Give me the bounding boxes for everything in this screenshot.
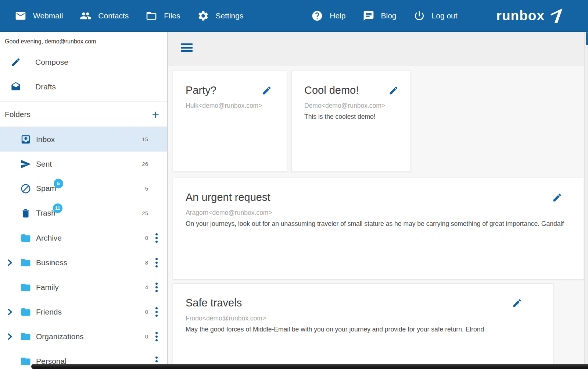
folder-icon (20, 331, 32, 342)
scrollbar-thumb[interactable] (586, 32, 588, 45)
contacts-icon (80, 10, 92, 22)
folder-count: 15 (132, 136, 148, 142)
sidebar: Good evening, demo@runbox.com Compose Dr… (0, 32, 168, 369)
power-icon (413, 10, 425, 22)
folder-menu-icon[interactable] (148, 282, 165, 293)
compose-label: Compose (35, 58, 68, 67)
edit-pencil-icon[interactable] (262, 85, 272, 96)
trash-icon (20, 208, 32, 219)
folder-item-inbox[interactable]: Inbox 15 (0, 127, 167, 152)
message-list-toolbar (168, 32, 588, 66)
draft-sender: Aragorn<demo@runbox.com> (186, 209, 584, 217)
compose-button[interactable]: Compose (0, 50, 167, 74)
nav-contacts-label: Contacts (98, 11, 129, 20)
gear-icon (197, 10, 209, 22)
folder-menu-icon[interactable] (148, 257, 165, 268)
runbox-logo[interactable]: runbox (496, 8, 564, 24)
folder-count: 5 (132, 185, 148, 192)
nav-blog-label: Blog (381, 11, 397, 20)
nav-help-label: Help (330, 11, 345, 20)
nav-logout[interactable]: Log out (413, 10, 458, 22)
folder-name: Inbox (36, 135, 55, 144)
folder-count: 8 (132, 259, 148, 266)
folder-menu-icon[interactable] (148, 233, 165, 244)
draft-card[interactable]: An urgent request Aragorn<demo@runbox.co… (173, 178, 584, 280)
draft-subject: Safe travels (186, 297, 242, 309)
draft-sender: Hulk<demo@runbox.com> (186, 102, 287, 110)
folder-name: Sent (36, 160, 52, 168)
unread-badge: 5 (54, 179, 63, 188)
drafts-label: Drafts (35, 82, 56, 91)
edit-pencil-icon[interactable] (512, 298, 522, 308)
folder-item-sent[interactable]: Sent 26 (0, 152, 167, 176)
folder-item-business[interactable]: Business 8 (0, 250, 167, 275)
folder-menu-icon[interactable] (148, 306, 165, 317)
folder-name: Trash (36, 209, 55, 217)
nav-logout-label: Log out (432, 11, 458, 20)
menu-hamburger-icon[interactable] (181, 43, 193, 52)
unread-badge: 11 (53, 203, 62, 213)
draft-subject: Cool demo! (304, 84, 359, 96)
runbox-logo-text: runbox (496, 8, 545, 24)
folder-item-archive[interactable]: Archive 0 (0, 226, 167, 250)
folder-item-spam[interactable]: Spam5 5 (0, 176, 167, 201)
bottom-window-edge (31, 364, 588, 369)
folder-name: Business (36, 258, 67, 267)
folder-count: 0 (132, 333, 148, 340)
folder-count: 26 (132, 161, 148, 167)
greeting-text: Good evening, demo@runbox.com (5, 38, 167, 45)
folder-outline-icon (146, 10, 157, 22)
compose-pencil-icon (11, 57, 22, 67)
folder-name: Family (36, 283, 59, 292)
draft-sender: Frodo<demo@runbox.com> (186, 315, 553, 322)
top-nav-bar: Webmail Contacts Files Settings Help Blo… (0, 0, 588, 32)
folder-icon (20, 233, 32, 244)
drafts-icon (11, 82, 22, 92)
runbox-seven-icon (549, 8, 564, 24)
nav-blog[interactable]: Blog (363, 10, 397, 22)
folder-name: Organizations (36, 332, 84, 341)
chevron-right-icon[interactable] (5, 258, 15, 267)
draft-card[interactable]: Cool demo! Demo<demo@runbox.com> This is… (291, 71, 411, 172)
blog-chat-icon (363, 10, 374, 22)
folder-list: Inbox 15 Sent 26 Spam5 5 (0, 127, 167, 369)
drafts-button[interactable]: Drafts (0, 74, 167, 99)
edit-pencil-icon[interactable] (552, 192, 562, 203)
nav-settings[interactable]: Settings (197, 10, 244, 22)
draft-card[interactable]: Party? Hulk<demo@runbox.com> (173, 71, 287, 172)
folder-icon (20, 356, 32, 367)
folder-item-friends[interactable]: Friends 0 (0, 299, 167, 324)
chevron-right-icon[interactable] (5, 332, 15, 341)
folder-menu-icon[interactable] (148, 331, 165, 342)
folder-count: 4 (132, 284, 148, 290)
help-icon (311, 10, 323, 22)
scrollbar-track[interactable] (584, 32, 588, 364)
draft-preview: On your journeys, look out for an unassu… (186, 219, 584, 228)
folders-title: Folders (5, 110, 152, 119)
folder-name: Spam (36, 184, 56, 193)
nav-settings-label: Settings (216, 11, 244, 20)
nav-help[interactable]: Help (311, 10, 345, 22)
nav-files-label: Files (164, 11, 180, 20)
draft-subject: An urgent request (186, 191, 270, 203)
top-nav-right: Help Blog Log out runbox (311, 8, 588, 24)
draft-preview: May the good forces of Middle-Email be w… (186, 325, 553, 334)
draft-sender: Demo<demo@runbox.com> (304, 102, 410, 110)
folder-item-organizations[interactable]: Organizations 0 (0, 324, 167, 349)
folder-item-family[interactable]: Family 4 (0, 275, 167, 299)
chevron-right-icon[interactable] (5, 308, 15, 316)
folder-name: Friends (36, 308, 62, 316)
nav-files[interactable]: Files (146, 10, 180, 22)
folder-item-trash[interactable]: Trash11 25 (0, 201, 167, 226)
folder-count: 25 (132, 210, 148, 216)
folder-icon (20, 282, 32, 293)
nav-webmail[interactable]: Webmail (15, 10, 63, 22)
draft-preview: This is the coolest demo! (304, 112, 410, 121)
draft-card[interactable]: Safe travels Frodo<demo@runbox.com> May … (173, 283, 553, 369)
edit-pencil-icon[interactable] (388, 85, 399, 96)
folder-count: 0 (132, 235, 148, 241)
add-folder-button[interactable]: + (152, 108, 159, 121)
folder-name: Archive (36, 234, 62, 242)
nav-contacts[interactable]: Contacts (80, 10, 129, 22)
folder-icon (20, 306, 32, 317)
